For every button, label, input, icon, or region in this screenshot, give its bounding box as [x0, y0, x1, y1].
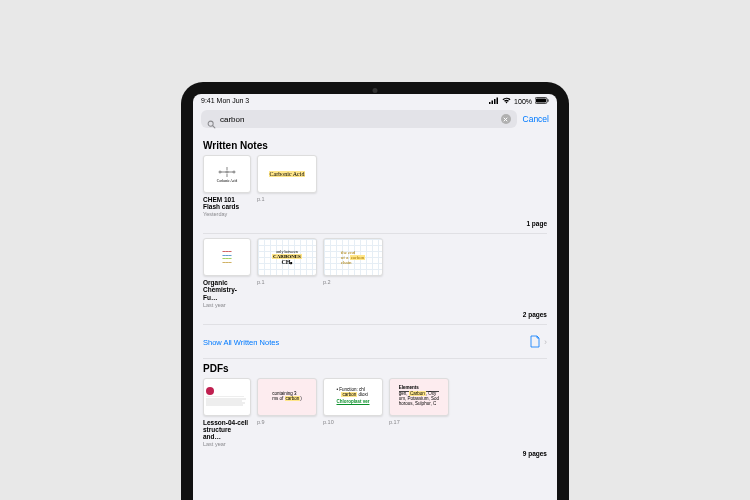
- status-date: Mon Jun 3: [217, 97, 250, 104]
- battery-pct: 100%: [514, 98, 532, 105]
- page-preview[interactable]: containing 3 ms of carbon) p.9: [257, 378, 317, 425]
- page-preview[interactable]: Elements gen, Carbon, Oxy um, Potassium,…: [389, 378, 449, 425]
- page-label: p.1: [257, 196, 317, 202]
- note-cover[interactable]: Carbonic Acid CHEM 101 Flash cards Yeste…: [203, 155, 251, 217]
- section-title-pdfs: PDFs: [203, 363, 547, 374]
- page-label: p.10: [323, 419, 383, 425]
- result-group: ▬▬▬ ▬▬▬ ▬▬▬ ▬▬▬ Organic Chemistry- Fu… L…: [203, 238, 547, 324]
- svg-point-12: [219, 171, 221, 173]
- section-title-written-notes: Written Notes: [203, 140, 547, 151]
- chevron-right-icon: ›: [544, 337, 547, 347]
- pages-count: 2 pages: [203, 308, 547, 325]
- note-cover[interactable]: Lesson-04-cell structure and… Last year: [203, 378, 251, 447]
- svg-point-13: [233, 171, 235, 173]
- page-preview[interactable]: Carbonic Acid p.1: [257, 155, 317, 202]
- show-all-written-notes[interactable]: Show All Written Notes … ›: [203, 329, 547, 359]
- page-stack-icon: …: [529, 335, 540, 350]
- page-label: p.2: [323, 279, 383, 285]
- note-meta: Yesterday: [203, 211, 251, 217]
- svg-rect-3: [497, 98, 499, 105]
- note-title: Lesson-04-cell structure and…: [203, 419, 251, 440]
- page-preview[interactable]: only between CARBONES CH₃ p.1: [257, 238, 317, 285]
- result-group: Carbonic Acid CHEM 101 Flash cards Yeste…: [203, 155, 547, 234]
- pages-count: 1 page: [203, 217, 547, 234]
- result-group: Lesson-04-cell structure and… Last year …: [203, 378, 547, 463]
- note-meta: Last year: [203, 441, 251, 447]
- cancel-button[interactable]: Cancel: [523, 114, 549, 124]
- screen: 9:41 Mon Jun 3 100% c: [193, 94, 557, 500]
- svg-rect-5: [536, 99, 546, 103]
- search-results: Written Notes Carbonic Acid CHEM 101 Fla…: [193, 132, 557, 500]
- note-title: CHEM 101 Flash cards: [203, 196, 251, 210]
- note-meta: Last year: [203, 302, 251, 308]
- page-label: p.17: [389, 419, 449, 425]
- page-preview[interactable]: • Function: chl carbon dioxi Chloroplast…: [323, 378, 383, 425]
- search-icon: [207, 115, 216, 124]
- wifi-icon: [502, 97, 511, 105]
- battery-icon: [535, 97, 549, 105]
- status-bar: 9:41 Mon Jun 3 100%: [193, 94, 557, 106]
- svg-rect-6: [548, 99, 549, 101]
- svg-rect-0: [489, 102, 491, 104]
- clear-search-icon[interactable]: [501, 114, 511, 124]
- note-cover[interactable]: ▬▬▬ ▬▬▬ ▬▬▬ ▬▬▬ Organic Chemistry- Fu… L…: [203, 238, 251, 307]
- svg-rect-1: [492, 101, 494, 105]
- pages-count: 9 pages: [203, 447, 547, 463]
- note-title: Organic Chemistry- Fu…: [203, 279, 251, 300]
- tablet-frame: 9:41 Mon Jun 3 100% c: [181, 82, 569, 500]
- signal-icon: [489, 97, 499, 105]
- svg-point-11: [226, 171, 228, 173]
- page-label: p.1: [257, 279, 317, 285]
- search-field[interactable]: carbon: [201, 110, 517, 128]
- svg-rect-2: [494, 99, 496, 104]
- page-preview[interactable]: the end of a carbon chain p.2: [323, 238, 383, 285]
- front-camera: [373, 88, 378, 93]
- svg-line-8: [213, 125, 215, 127]
- status-time: 9:41: [201, 97, 215, 104]
- search-row: carbon Cancel: [193, 106, 557, 132]
- search-input-text[interactable]: carbon: [220, 115, 501, 124]
- page-label: p.9: [257, 419, 317, 425]
